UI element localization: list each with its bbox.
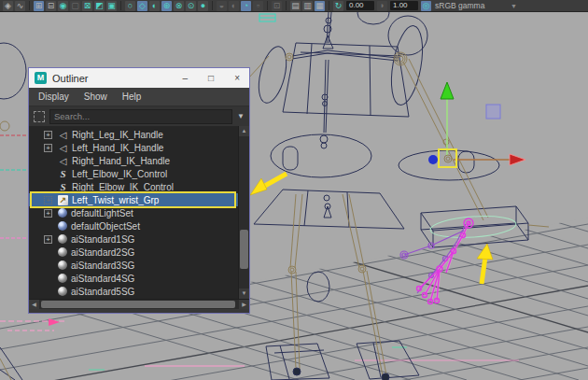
- outliner-search-row: ▼: [29, 106, 249, 126]
- scroll-right-icon[interactable]: ▶: [239, 300, 249, 309]
- expand-spacer: [44, 170, 52, 178]
- outliner-item-aiStandard2SG[interactable]: aiStandard2SG: [29, 246, 238, 259]
- menu-show[interactable]: Show: [84, 91, 107, 102]
- render-settings-button[interactable]: ⊛: [161, 1, 172, 11]
- extra-render-button[interactable]: ▫: [253, 1, 263, 11]
- input-connections-button[interactable]: ▣: [106, 1, 117, 11]
- scroll-left-icon[interactable]: ◀: [29, 300, 39, 309]
- render-current-frame-button[interactable]: ◇: [137, 1, 147, 11]
- item-label: defaultObjectSet: [71, 221, 140, 232]
- axis-handle-dot[interactable]: [428, 155, 438, 164]
- expand-toggle-icon[interactable]: +: [44, 235, 52, 244]
- outliner-titlebar[interactable]: M Outliner –□×: [29, 68, 249, 88]
- menu-help[interactable]: Help: [122, 91, 142, 102]
- pole-vector-marker[interactable]: [486, 105, 500, 119]
- item-label: Right_Hand_IK_Handle: [72, 156, 170, 166]
- search-dropdown-icon[interactable]: ▼: [237, 112, 245, 120]
- make-live-button[interactable]: ◩: [94, 1, 105, 11]
- snapshot-button[interactable]: ▦: [315, 1, 325, 11]
- outliner-item-Right_Hand_IK_Handle[interactable]: ◁Right_Hand_IK_Handle: [29, 154, 238, 167]
- outliner-item-defaultObjectSet[interactable]: defaultObjectSet: [29, 219, 238, 232]
- ikHandle-icon: ◁: [58, 156, 68, 166]
- vertical-scroll-thumb[interactable]: [240, 230, 248, 269]
- minimize-button[interactable]: –: [183, 68, 189, 88]
- snap-curve-button[interactable]: ⊟: [46, 1, 56, 11]
- maya-logo-icon: M: [35, 72, 47, 84]
- snap-point-button[interactable]: ◉: [58, 1, 68, 11]
- item-label: Right_Leg_IK_Handle: [72, 130, 163, 140]
- expand-spacer: [44, 248, 52, 257]
- snap-grid-button[interactable]: ⊞: [34, 1, 44, 11]
- color-space-label: sRGB gamma: [435, 1, 484, 10]
- exposure-field[interactable]: 0.00: [346, 1, 374, 10]
- expand-spacer: [44, 157, 52, 165]
- outliner-item-aiStandard4SG[interactable]: aiStandard4SG: [29, 272, 238, 285]
- item-label: Left_Hand_IK_Handle: [72, 143, 163, 153]
- paste-layer-button[interactable]: ▥: [302, 1, 313, 11]
- curve-icon: S: [58, 169, 68, 179]
- gamma-field[interactable]: 1.00: [390, 1, 418, 10]
- outliner-item-aiStandard1SG[interactable]: +aiStandard1SG: [29, 232, 238, 246]
- arnold-render-button[interactable]: ◔: [241, 1, 251, 11]
- outliner-item-aiStandard3SG[interactable]: aiStandard3SG: [29, 259, 238, 272]
- expand-spacer: [44, 222, 52, 231]
- horizontal-scrollbar[interactable]: ◀ ▶: [29, 299, 249, 309]
- duplicate-layer-button[interactable]: ▤: [290, 1, 301, 11]
- outliner-item-Right_Elbow_IK_Control[interactable]: SRight_Elbow_IK_Control: [29, 180, 238, 193]
- toolbar-separator: [29, 1, 30, 10]
- lasso-tool-icon[interactable]: ∿: [15, 1, 25, 11]
- horizontal-scroll-track[interactable]: [39, 300, 239, 309]
- expand-spacer: [44, 274, 52, 283]
- curve-icon: S: [58, 182, 68, 192]
- outliner-item-Right_Leg_IK_Handle[interactable]: +◁Right_Leg_IK_Handle: [29, 128, 238, 141]
- snap-surface-button[interactable]: ⊠: [82, 1, 92, 11]
- outliner-item-aiStandard5SG[interactable]: aiStandard5SG: [29, 285, 238, 298]
- expand-toggle-icon[interactable]: +: [44, 196, 52, 204]
- light-editor-button[interactable]: ⊙: [186, 1, 196, 11]
- set-icon: [58, 208, 67, 218]
- shadingGroup-icon: [58, 234, 67, 244]
- expand-toggle-icon[interactable]: +: [44, 144, 52, 152]
- close-button[interactable]: ×: [234, 68, 240, 88]
- view-transform-button[interactable]: ◎: [421, 1, 431, 11]
- refresh-button[interactable]: ↻: [333, 1, 343, 11]
- item-label: Left_Twist_wrist_Grp: [72, 195, 159, 205]
- toolbar-icon-group: ◈∿⊞⊟◉▢⊠◩▣○◇◐⊛⊗⊙●◒◐◔▫⊡▤▥▦↻0.00◗1.00◎: [2, 0, 432, 12]
- track-tool-icon[interactable]: ◈: [3, 1, 13, 11]
- color-space-select[interactable]: sRGB gamma ▼: [435, 1, 521, 10]
- scroll-up-icon[interactable]: ▲: [239, 126, 249, 136]
- hypershade-button[interactable]: ⊗: [174, 1, 184, 11]
- search-input[interactable]: [49, 109, 232, 124]
- expand-spacer: [44, 261, 52, 270]
- menu-display[interactable]: Display: [38, 91, 69, 102]
- toolbar-separator: [286, 1, 287, 10]
- filter-icon[interactable]: [34, 111, 45, 122]
- ikHandle-icon: ◁: [58, 143, 68, 153]
- paint-effects-button[interactable]: ◒: [217, 1, 227, 11]
- exposure-toggle-icon[interactable]: ◗: [377, 1, 387, 11]
- chevron-down-icon: ▼: [511, 3, 521, 9]
- expand-spacer: [44, 288, 52, 296]
- texture-view-button[interactable]: ◐: [229, 1, 239, 11]
- expand-toggle-icon[interactable]: +: [44, 209, 52, 218]
- outliner-item-Left_Twist_wrist_Grp[interactable]: +↗Left_Twist_wrist_Grp: [29, 193, 238, 206]
- render-view-button[interactable]: ○: [125, 1, 135, 11]
- snap-view-button[interactable]: ▢: [70, 1, 80, 11]
- outliner-item-Left_Hand_IK_Handle[interactable]: +◁Left_Hand_IK_Handle: [29, 141, 238, 154]
- outliner-item-defaultLightSet[interactable]: +defaultLightSet: [29, 206, 238, 219]
- shadingGroup-icon: [58, 247, 67, 257]
- object-selection-button[interactable]: ⊡: [272, 1, 282, 11]
- item-label: aiStandard3SG: [71, 260, 134, 271]
- vertical-scroll-track[interactable]: [239, 136, 249, 289]
- shadingGroup-icon: [58, 260, 67, 270]
- horizontal-scroll-thumb[interactable]: [41, 301, 235, 308]
- toolbar-separator: [212, 1, 213, 10]
- outliner-item-Left_Elbow_IK_Control[interactable]: SLeft_Elbow_IK_Control: [29, 167, 238, 180]
- vertical-scrollbar[interactable]: ▲ ▼: [238, 126, 249, 299]
- render-flag-button[interactable]: ●: [198, 1, 208, 11]
- expand-toggle-icon[interactable]: +: [44, 131, 52, 139]
- maximize-button[interactable]: □: [208, 68, 214, 88]
- ipr-render-button[interactable]: ◐: [149, 1, 160, 11]
- scroll-down-icon[interactable]: ▼: [239, 289, 249, 299]
- set-icon: [58, 221, 67, 231]
